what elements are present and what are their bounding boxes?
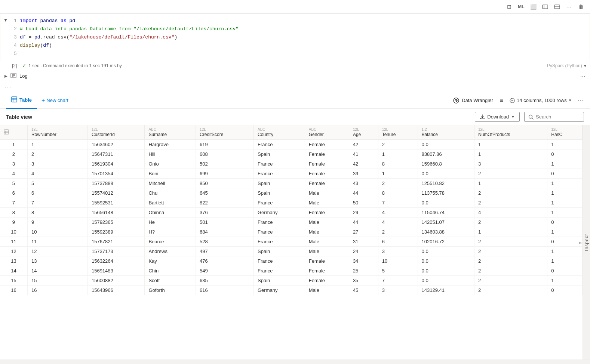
toolbar-icon-ml[interactable]: ML	[517, 2, 526, 11]
table-cell: Obinna	[145, 208, 196, 218]
toolbar-icon-1[interactable]: ⊡	[505, 2, 514, 11]
table-cell: 0.0	[418, 266, 474, 276]
log-icon	[10, 73, 16, 80]
table-cell: 15737888	[87, 179, 144, 188]
log-label: Log	[19, 73, 28, 79]
toolbar-icon-more[interactable]: ···	[565, 2, 574, 11]
toolbar-icon-5[interactable]	[553, 2, 562, 11]
table-cell: Male	[305, 218, 349, 227]
spark-label[interactable]: PySpark (Python) ▼	[547, 63, 587, 68]
table-cell: 822	[196, 198, 254, 208]
table-row: 3315619304Onio502FranceFemale428159660.8…	[0, 159, 583, 169]
row-index-cell: 3	[0, 159, 27, 169]
table-section: Table view Download ▼	[0, 109, 590, 364]
table-cell: 15592389	[87, 227, 144, 237]
table-cell: 11	[27, 237, 87, 247]
tab-more-icon[interactable]: ···	[578, 97, 584, 104]
table-cell: 1	[27, 140, 87, 149]
table-cell: Hargrave	[145, 140, 196, 149]
tab-new-chart[interactable]: + New chart	[37, 92, 73, 109]
table-cell: Bearce	[145, 237, 196, 247]
collapse-arrow[interactable]: «	[579, 240, 582, 246]
toolbar-icon-4[interactable]	[541, 2, 550, 11]
table-row: 4415701354Boni699FranceFemale3910.020	[0, 169, 583, 179]
table-cell: 549	[196, 266, 254, 276]
search-input[interactable]	[536, 114, 577, 120]
tabs-row: Table + New chart Data Wrangler ≡ 14 col…	[0, 92, 590, 109]
table-cell: 27	[349, 227, 378, 237]
table-cell: 142051.07	[418, 218, 474, 227]
table-cell: 15656148	[87, 208, 144, 218]
table-cell: 15792365	[87, 218, 144, 227]
row-index-cell: 9	[0, 218, 27, 227]
table-cell: France	[254, 159, 305, 169]
table-icon	[11, 96, 17, 104]
th-numofproducts: 12LNumOfProducts	[474, 125, 547, 140]
table-cell: 4	[474, 208, 547, 218]
toolbar-icon-delete[interactable]: 🗑	[577, 2, 586, 11]
table-cell: 1	[547, 198, 583, 208]
table-cell: 15592531	[87, 198, 144, 208]
table-cell: 15691483	[87, 266, 144, 276]
table-cell: 1	[378, 149, 418, 159]
table-row: 7715592531Bartlett822FranceMale5070.021	[0, 198, 583, 208]
table-cell: 83807.86	[418, 149, 474, 159]
table-cell: 2	[474, 286, 547, 295]
table-cell: 0.0	[418, 276, 474, 286]
table-cell: 3	[378, 247, 418, 256]
table-cell: 2	[27, 149, 87, 159]
table-cell: 10	[27, 227, 87, 237]
table-cell: 1	[547, 159, 583, 169]
table-row: 2215647311Hill608SpainFemale41183807.861…	[0, 149, 583, 159]
table-cell: Female	[305, 140, 349, 149]
table-cell: France	[254, 140, 305, 149]
log-more-icon[interactable]: ···	[580, 73, 586, 79]
data-table-wrapper[interactable]: 12LRowNumber 12LCustomerId ABCSurname 12…	[0, 125, 590, 360]
table-cell: 1	[547, 208, 583, 218]
table-cell: 5	[27, 179, 87, 188]
table-cell: 7	[27, 198, 87, 208]
filter-icon[interactable]: ≡	[500, 97, 503, 104]
th-row-num	[0, 125, 27, 140]
table-cell: 476	[196, 256, 254, 266]
table-cell: 10	[378, 256, 418, 266]
download-button[interactable]: Download ▼	[475, 112, 520, 122]
table-cell: 2	[474, 198, 547, 208]
inspect-sidebar[interactable]: Inspect	[583, 125, 590, 360]
row-index-cell: 14	[0, 266, 27, 276]
table-cell: 5	[378, 266, 418, 276]
table-cell: 497	[196, 247, 254, 256]
table-cell: Onio	[145, 159, 196, 169]
table-cell: 2	[474, 276, 547, 286]
table-cell: 15634602	[87, 140, 144, 149]
table-cell: France	[254, 256, 305, 266]
table-cell: 501	[196, 218, 254, 227]
columns-settings-button[interactable]: 14 columns, 1000 rows ▼	[506, 96, 575, 105]
cell-collapse[interactable]: ▼	[3, 17, 8, 23]
line-num-4: 4	[11, 41, 17, 50]
bottom-scrollbar[interactable]	[0, 360, 590, 364]
row-index-cell: 1	[0, 140, 27, 149]
table-cell: Male	[305, 227, 349, 237]
table-cell: 1	[474, 227, 547, 237]
toolbar-icon-3[interactable]: ⬜	[529, 2, 538, 11]
table-cell: 850	[196, 179, 254, 188]
table-cell: 1	[547, 256, 583, 266]
search-box[interactable]	[524, 112, 584, 122]
table-cell: 3	[27, 159, 87, 169]
row-index-cell: 5	[0, 179, 27, 188]
table-cell: 24	[349, 247, 378, 256]
tab-table[interactable]: Table	[6, 92, 37, 109]
table-cell: 1	[547, 247, 583, 256]
line-num-5: 5	[11, 50, 17, 58]
table-cell: 12	[27, 247, 87, 256]
log-expand-icon[interactable]: ▶	[4, 74, 7, 78]
table-cell: 16	[27, 286, 87, 295]
exec-status-bar: [2] ✓ 1 sec · Command executed in 1 sec …	[0, 61, 590, 70]
row-index-cell: 7	[0, 198, 27, 208]
data-wrangler-button[interactable]: Data Wrangler	[449, 96, 497, 105]
table-cell: Female	[305, 169, 349, 179]
dots-separator: ···	[0, 82, 590, 92]
table-cell: 8	[378, 188, 418, 198]
th-gender: ABCGender	[305, 125, 349, 140]
